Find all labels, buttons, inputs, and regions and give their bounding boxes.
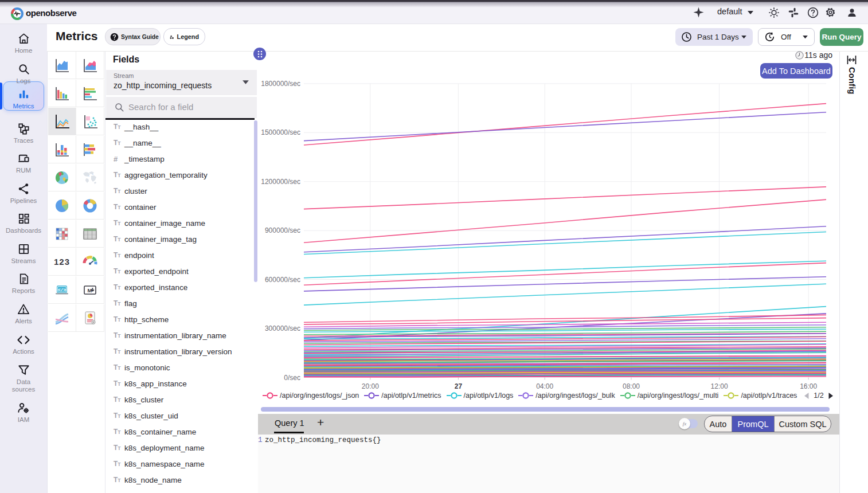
svg-text:900000/sec: 900000/sec — [265, 226, 300, 234]
svg-text:1500000/sec: 1500000/sec — [261, 128, 300, 136]
svg-text:0/sec: 0/sec — [284, 374, 300, 382]
svg-text:08:00: 08:00 — [623, 382, 640, 390]
svg-text:1800000/sec: 1800000/sec — [261, 80, 300, 88]
svg-text:</>: </> — [58, 287, 67, 292]
svg-text:300000/sec: 300000/sec — [265, 324, 300, 332]
svg-text:20:00: 20:00 — [362, 382, 379, 390]
svg-text:12:00: 12:00 — [711, 382, 728, 390]
svg-text:16:00: 16:00 — [800, 382, 817, 390]
svg-text:27: 27 — [455, 382, 463, 390]
svg-text:04:00: 04:00 — [536, 382, 553, 390]
svg-text:600000/sec: 600000/sec — [265, 276, 300, 284]
svg-text:1200000/sec: 1200000/sec — [261, 178, 300, 186]
